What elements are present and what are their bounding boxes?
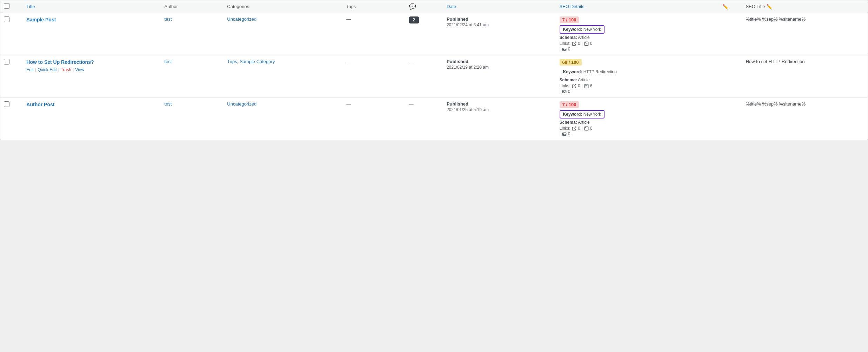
th-author-label: Author — [165, 4, 178, 9]
seo-internal-links: 0 — [578, 83, 580, 88]
select-all-col — [0, 0, 23, 13]
th-date[interactable]: Date — [443, 0, 556, 13]
seo-keyword-label: Keyword: — [563, 27, 582, 32]
seo-title-edit-icon[interactable]: ✏️ — [766, 4, 772, 9]
row-action-quick-edit[interactable]: Quick Edit — [38, 67, 57, 72]
date-status: Published — [447, 16, 553, 22]
seo-schema-value: Article — [578, 77, 589, 82]
seo-external-links: 0 — [590, 41, 593, 46]
seo-schema-label: Schema: — [560, 77, 577, 82]
seo-schema-line: Schema: Article — [560, 120, 716, 125]
th-tags-label: Tags — [346, 4, 356, 9]
seo-details-edit-icon[interactable]: ✏️ — [722, 4, 728, 9]
comment-dash: — — [409, 101, 414, 107]
table-header-row: Title Author Categories Tags 💬 Date — [0, 0, 868, 13]
th-title-label: Title — [26, 4, 35, 9]
row-action-view[interactable]: View — [75, 67, 84, 72]
seo-schema-label: Schema: — [560, 35, 577, 40]
category-link[interactable]: Trips — [227, 59, 237, 64]
th-title[interactable]: Title — [23, 0, 161, 13]
row-actions: Edit|Quick Edit|Trash|View — [26, 67, 157, 72]
seo-score-badge: 69 / 100 — [560, 59, 582, 66]
th-categories: Categories — [223, 0, 343, 13]
seo-image-count: 0 — [568, 89, 570, 94]
row-action-trash[interactable]: Trash — [61, 67, 71, 72]
seo-title-text: %title% %sep% %sitename% — [746, 16, 806, 22]
select-all-checkbox[interactable] — [4, 3, 9, 9]
seo-keyword-box: Keyword: New York — [560, 110, 605, 119]
seo-links-label: Links: — [560, 83, 570, 88]
seo-internal-links: 0 — [578, 41, 580, 46]
seo-links: Links: 0 | 6 — [560, 83, 716, 88]
table-row: How to Set Up Redirections? Edit|Quick E… — [0, 55, 868, 98]
comment-badge[interactable]: 2 — [409, 16, 419, 23]
th-date-label: Date — [447, 4, 456, 9]
th-seo-title: SEO Title ✏️ — [742, 0, 868, 13]
seo-keyword-value: New York — [583, 27, 601, 32]
posts-table-wrap: Title Author Categories Tags 💬 Date — [0, 0, 868, 140]
th-tags: Tags — [343, 0, 406, 13]
seo-keyword-value: HTTP Redirection — [583, 69, 617, 74]
svg-line-0 — [574, 42, 576, 43]
th-seo-details[interactable]: SEO Details — [556, 0, 719, 13]
seo-image-links: | 0 — [560, 47, 716, 52]
tags-value: — — [346, 101, 351, 107]
comment-dash: — — [409, 59, 414, 64]
seo-score-badge: 7 / 100 — [560, 101, 579, 108]
category-link[interactable]: Uncategorized — [227, 16, 256, 22]
date-value: 2021/01/25 at 5:19 am — [447, 107, 553, 112]
seo-schema-line: Schema: Article — [560, 77, 716, 82]
author-link[interactable]: test — [165, 16, 172, 22]
row-checkbox-2[interactable] — [4, 101, 9, 107]
seo-schema-line: Schema: Article — [560, 35, 716, 40]
seo-keyword-box: Keyword: HTTP Redirection — [560, 68, 620, 76]
seo-links: Links: 0 | 0 — [560, 126, 716, 131]
seo-image-count: 0 — [568, 131, 570, 136]
author-link[interactable]: test — [165, 101, 172, 107]
seo-schema-value: Article — [578, 120, 589, 125]
seo-title-text: How to set HTTP Redirection — [746, 59, 804, 64]
tags-value: — — [346, 59, 351, 64]
svg-line-10 — [574, 127, 576, 128]
seo-keyword-label: Keyword: — [563, 112, 582, 117]
post-title-link[interactable]: Sample Post — [26, 17, 56, 22]
row-action-edit[interactable]: Edit — [26, 67, 34, 72]
table-row: Sample Post testUncategorized—2 Publishe… — [0, 13, 868, 55]
seo-keyword-value: New York — [583, 112, 601, 117]
row-checkbox-0[interactable] — [4, 16, 9, 22]
th-author: Author — [161, 0, 224, 13]
date-value: 2021/02/24 at 3:41 am — [447, 22, 553, 27]
sep: | — [58, 67, 59, 72]
category-link[interactable]: Sample Category — [240, 59, 275, 64]
th-seo-details-label: SEO Details — [560, 4, 585, 9]
seo-image-links: | 0 — [560, 89, 716, 94]
seo-keyword-box: Keyword: New York — [560, 25, 605, 34]
seo-image-links: | 0 — [560, 131, 716, 136]
seo-schema-label: Schema: — [560, 120, 577, 125]
seo-internal-links: 0 — [578, 126, 580, 131]
seo-links: Links: 0 | 0 — [560, 41, 716, 46]
seo-schema-value: Article — [578, 35, 589, 40]
seo-score-badge: 7 / 100 — [560, 16, 579, 23]
th-seo-title-label: SEO Title — [746, 4, 765, 9]
th-seo-edit[interactable]: ✏️ — [719, 0, 742, 13]
author-link[interactable]: test — [165, 59, 172, 64]
post-title-link[interactable]: Author Post — [26, 102, 54, 107]
tags-value: — — [346, 16, 351, 22]
seo-links-label: Links: — [560, 41, 570, 46]
th-categories-label: Categories — [227, 4, 249, 9]
comment-icon: 💬 — [409, 4, 416, 9]
row-checkbox-1[interactable] — [4, 59, 9, 65]
seo-links-label: Links: — [560, 126, 570, 131]
table-row: Author Post testUncategorized—— Publishe… — [0, 98, 868, 140]
seo-external-links: 6 — [590, 83, 593, 88]
date-status: Published — [447, 101, 553, 107]
seo-keyword-label: Keyword: — [563, 69, 582, 74]
post-title-link[interactable]: How to Set Up Redirections? — [26, 59, 94, 65]
date-status: Published — [447, 59, 553, 64]
posts-table: Title Author Categories Tags 💬 Date — [0, 0, 868, 140]
category-link[interactable]: Uncategorized — [227, 101, 256, 107]
th-comments: 💬 — [406, 0, 443, 13]
sep: | — [73, 67, 74, 72]
date-value: 2021/02/19 at 2:20 am — [447, 65, 553, 70]
